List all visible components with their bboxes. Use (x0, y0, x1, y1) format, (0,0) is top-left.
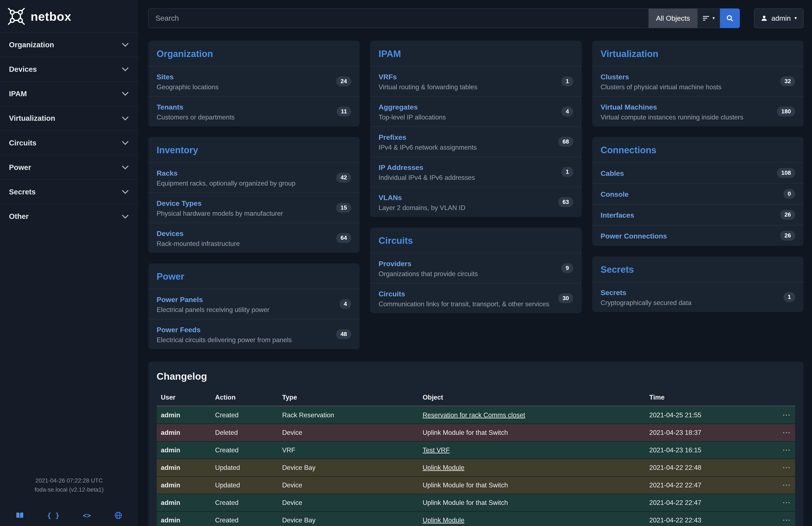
card-item-link[interactable]: Interfaces (601, 211, 634, 219)
changelog-user-cell: admin (157, 424, 211, 441)
card-item-description: Cryptographically secured data (601, 299, 692, 307)
dashboard-card: Virtualization Clusters Clusters of phys… (592, 41, 804, 126)
sidebar-nav-label: Power (9, 163, 31, 172)
card-item-text: Providers Organizations that provide cir… (379, 259, 483, 278)
chevron-down-icon (121, 213, 129, 221)
card-item-link[interactable]: Virtual Machines (601, 103, 657, 111)
row-actions-button[interactable]: ··· (783, 429, 791, 436)
api-braces-icon[interactable]: { } (47, 510, 59, 521)
card-item-link[interactable]: Clusters (601, 73, 629, 81)
card-item-link[interactable]: Power Feeds (157, 326, 201, 334)
changelog-column-header: Type (278, 389, 418, 406)
card-item-link[interactable]: Circuits (379, 290, 405, 298)
sidebar-nav-item[interactable]: Organization (0, 32, 138, 57)
card-item: Power Panels Electrical panels receiving… (148, 289, 360, 319)
row-actions-button[interactable]: ··· (783, 464, 791, 471)
sidebar-nav-item[interactable]: Devices (0, 57, 138, 81)
card-item-link[interactable]: VLANs (379, 194, 402, 202)
sidebar-nav-item[interactable]: Virtualization (0, 106, 138, 130)
card-item-link[interactable]: Power Connections (601, 232, 667, 240)
filter-button[interactable]: ▾ (697, 9, 720, 28)
search-button[interactable] (720, 9, 740, 28)
card-title: Circuits (370, 228, 582, 253)
sidebar-nav-item[interactable]: IPAM (0, 81, 138, 106)
count-badge: 42 (336, 173, 351, 183)
search-icon (726, 15, 734, 22)
card-item-text: Power Connections (601, 231, 672, 240)
code-brackets-icon[interactable]: <> (83, 510, 91, 521)
row-actions-button[interactable]: ··· (783, 446, 791, 454)
card-item-description: Layer 2 domains, by VLAN ID (379, 204, 465, 212)
changelog-title: Changelog (157, 371, 795, 382)
changelog-row: admin Deleted Device Uplink Module for t… (157, 424, 795, 441)
dashboard-card: Secrets Secrets Cryptographically secure… (592, 256, 804, 312)
changelog-type-cell: VRF (278, 441, 418, 459)
count-badge: 68 (558, 137, 573, 147)
card-item-link[interactable]: Secrets (601, 288, 626, 297)
card-item-text: Virtual Machines Virtual compute instanc… (601, 102, 749, 121)
changelog-action-cell: Updated (211, 477, 278, 494)
changelog-object-link[interactable]: Reservation for rack Comms closet (423, 411, 525, 419)
sidebar-nav-item[interactable]: Other (0, 204, 138, 228)
card-item: Console 0 (592, 183, 804, 204)
count-badge: 9 (562, 263, 573, 273)
card-item-link[interactable]: VRFs (379, 73, 397, 81)
search-input[interactable] (148, 9, 649, 28)
sidebar-nav-item[interactable]: Power (0, 155, 138, 180)
card-item-text: Cables (601, 168, 629, 178)
card-item-link[interactable]: Tenants (157, 103, 184, 111)
brand-link[interactable]: netbox (0, 0, 138, 32)
changelog-object-link[interactable]: Test VRF (423, 446, 450, 454)
changelog-object-link[interactable]: Uplink Module (423, 464, 464, 471)
card-title: Power (148, 264, 360, 289)
changelog-action-cell: Updated (211, 459, 278, 477)
card-item-link[interactable]: Sites (157, 73, 174, 81)
changelog-object-cell: Uplink Module for that Switch (418, 494, 645, 511)
community-globe-icon[interactable] (114, 511, 122, 520)
sidebar-nav-label: Virtualization (9, 114, 55, 123)
sidebar-nav-item[interactable]: Secrets (0, 180, 138, 204)
card-item-text: Devices Rack-mounted infrastructure (157, 228, 245, 247)
changelog-user-cell: admin (157, 477, 211, 494)
row-actions-button[interactable]: ··· (783, 482, 791, 489)
card-item-link[interactable]: IP Addresses (379, 164, 423, 172)
scope-button[interactable]: All Objects (649, 9, 697, 28)
card-item-link[interactable]: Power Panels (157, 296, 203, 304)
card-item-list: Clusters Clusters of physical virtual ma… (592, 66, 804, 126)
docs-book-icon[interactable] (16, 511, 24, 520)
chevron-down-icon (121, 139, 129, 147)
card-item: Device Types Physical hardware models by… (148, 193, 360, 223)
row-actions-button[interactable]: ··· (783, 499, 791, 506)
changelog-object-link[interactable]: Uplink Module (423, 516, 464, 524)
card-title: Inventory (148, 137, 360, 162)
card-item-link[interactable]: Prefixes (379, 133, 406, 141)
card-item-link[interactable]: Devices (157, 229, 184, 238)
card-item-text: Power Feeds Electrical circuits deliveri… (157, 325, 297, 344)
card-item-description: IPv4 & IPv6 network assignments (379, 144, 477, 151)
sidebar-nav-label: Devices (9, 65, 37, 73)
user-menu-button[interactable]: admin ▾ (754, 9, 803, 28)
card-item-link[interactable]: Cables (601, 169, 624, 177)
search-group: All Objects ▾ (148, 9, 740, 28)
count-badge: 1 (562, 76, 573, 86)
chevron-down-icon (121, 114, 129, 123)
count-badge: 26 (780, 231, 795, 241)
row-actions-button[interactable]: ··· (783, 411, 791, 419)
dashboard: Organization Sites Geographic locations … (148, 41, 804, 349)
sidebar-nav-item[interactable]: Circuits (0, 130, 138, 155)
card-title: Secrets (592, 256, 804, 282)
card-item-list: VRFs Virtual routing & forwarding tables… (370, 66, 582, 217)
card-item-link[interactable]: Aggregates (379, 103, 418, 111)
sidebar: netbox Organization Devices IPAM Virtual… (0, 0, 138, 526)
footer-timestamp: 2021-04-26 07:22:28 UTC (0, 476, 138, 485)
chevron-down-icon (121, 41, 129, 49)
card-title: Organization (148, 41, 360, 66)
card-item-link[interactable]: Racks (157, 169, 178, 177)
row-actions-button[interactable]: ··· (783, 516, 791, 524)
count-badge: 63 (558, 197, 573, 207)
card-item-text: Tenants Customers or departments (157, 102, 240, 121)
card-item-link[interactable]: Console (601, 190, 629, 198)
card-item-link[interactable]: Providers (379, 260, 411, 268)
card-item-description: Organizations that provide circuits (379, 270, 478, 278)
card-item-link[interactable]: Device Types (157, 199, 202, 208)
